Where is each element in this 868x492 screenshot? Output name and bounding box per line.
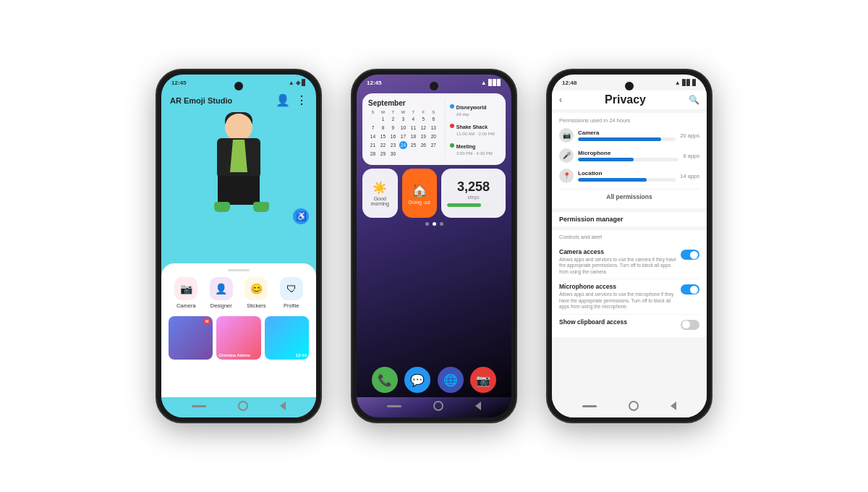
cal-cell: 12 — [419, 124, 428, 132]
camera-access-desc: Allows apps and services to use the came… — [559, 257, 678, 275]
cal-cell: 2 — [388, 115, 398, 123]
all-permissions-btn[interactable]: All permissions — [559, 189, 699, 204]
cal-h-t2: T — [409, 110, 418, 114]
back-icon[interactable]: ‹ — [559, 95, 562, 105]
cal-cell: 21 — [368, 141, 378, 149]
good-morning-widget: ☀️ Goodmorning — [362, 169, 398, 218]
menu-label-designer: Designer — [210, 302, 232, 309]
cal-cell-today: 24 — [399, 141, 407, 149]
cal-cell — [419, 150, 428, 158]
mic-count: 8 apps — [683, 153, 699, 159]
cal-cell: 17 — [399, 132, 408, 140]
camera-bar-bg — [578, 137, 676, 141]
thumbnail-1[interactable]: N — [169, 316, 213, 360]
camera-access-toggle[interactable] — [681, 250, 699, 260]
event-disneyworld: Disneyworld All day — [450, 99, 500, 116]
cal-cell: 29 — [378, 150, 388, 158]
dot-2-active — [433, 222, 436, 226]
clipboard-access-text: Show clipboard access — [559, 318, 627, 327]
dock-messages[interactable]: 💬 — [404, 367, 430, 393]
search-icon[interactable]: 🔍 — [689, 95, 699, 105]
profile-icon[interactable]: 👤 — [276, 93, 290, 107]
menu-item-profile[interactable]: 🛡 Profile — [280, 277, 303, 309]
dock-browser[interactable]: 🌐 — [438, 367, 464, 393]
nav-home-2[interactable] — [433, 401, 443, 411]
perm-mic-name: Microphone — [578, 150, 678, 156]
mic-access-row: Microphone access Allows apps and servic… — [559, 283, 699, 310]
steps-label: steps — [447, 195, 500, 200]
steps-progress-bar — [447, 203, 500, 207]
menu-item-stickers[interactable]: 😊 Stickers — [244, 277, 268, 309]
location-bar-bg — [578, 178, 676, 182]
app-bar-icons: 👤 ⋮ — [276, 93, 307, 107]
emoji-shoes-right — [253, 202, 269, 212]
more-icon[interactable]: ⋮ — [296, 93, 307, 107]
cal-cell: 15 — [378, 132, 388, 140]
notch-2 — [430, 82, 438, 90]
emoji-area: ♿ — [161, 109, 316, 232]
nav-recent-3[interactable] — [671, 402, 676, 410]
menu-item-camera[interactable]: 📷 Camera — [174, 277, 197, 309]
controls-label: Controls and alert — [559, 234, 699, 240]
cal-cell: 5 — [419, 115, 428, 123]
status-icons-1: ▲ ◈ ▊ — [289, 80, 306, 86]
stickers-menu-icon: 😊 — [250, 283, 263, 294]
widget-good: Goodmorning — [371, 196, 389, 206]
nav-home-3[interactable] — [629, 401, 639, 411]
cal-cell: 11 — [409, 124, 418, 132]
perm-row-location: 📍 Location 14 apps — [559, 169, 699, 183]
dock-camera[interactable]: 📷 — [470, 367, 496, 393]
mic-access-toggle[interactable] — [681, 284, 699, 294]
permissions-label: Permissions used in 24 hours — [559, 117, 699, 124]
home-icon: 🏠 — [412, 182, 427, 198]
cal-cell: 28 — [368, 150, 378, 158]
nav-back-2[interactable] — [387, 405, 401, 407]
cal-cell: 1 — [378, 115, 388, 123]
thumbnail-3[interactable]: 12:45 — [265, 316, 309, 360]
menu-label-stickers: Stickers — [247, 302, 266, 309]
nav-recent-2[interactable] — [475, 402, 481, 410]
steps-number: 3,258 — [447, 179, 500, 195]
cal-cell: 26 — [419, 141, 428, 149]
camera-access-row: Camera access Allows apps and services t… — [559, 248, 699, 275]
dot-1 — [425, 222, 429, 226]
camera-bar-fill — [578, 137, 661, 141]
nav-back-1[interactable] — [192, 405, 206, 407]
notch-3 — [625, 82, 634, 90]
camera-access-text: Camera access Allows apps and services t… — [559, 248, 678, 275]
camera-access-title: Camera access — [559, 248, 678, 255]
calendar-headers: S M T W T F S 1 2 3 4 5 — [368, 110, 438, 158]
nav-recent-1[interactable] — [280, 402, 286, 410]
mic-bar-fill — [578, 158, 634, 161]
thumb-name: Christina Adams — [218, 353, 250, 357]
phone-home: 12:45 ▲ ▊▊▊ September S M T W T F S — [351, 69, 517, 423]
cal-cell: 18 — [409, 132, 418, 140]
cal-h-s2: S — [429, 110, 438, 114]
thumbnail-2[interactable]: Christina Adams — [216, 316, 260, 360]
menu-item-designer[interactable]: 👤 Designer — [210, 277, 233, 309]
nav-bar-3 — [552, 397, 707, 417]
cal-cell: 25 — [409, 141, 418, 149]
thumb-badge-new: N — [203, 318, 210, 324]
mic-perm-icon: 🎤 — [559, 148, 574, 163]
sun-icon: ☀️ — [373, 181, 387, 195]
cal-cell: 13 — [429, 124, 438, 132]
nav-home-1[interactable] — [238, 401, 248, 411]
phone-ar-emoji: 12:45 ▲ ◈ ▊ AR Emoji Studio 👤 ⋮ ♿ — [156, 69, 322, 423]
accessibility-icon[interactable]: ♿ — [293, 208, 309, 224]
clipboard-access-toggle[interactable] — [681, 320, 699, 330]
nav-bar-1 — [161, 397, 316, 417]
emoji-pants — [218, 176, 260, 205]
cal-cell: 30 — [388, 150, 398, 158]
cal-cell: 23 — [388, 141, 398, 149]
perm-mic-info: Microphone — [578, 150, 678, 161]
status-icons-3: ▲ ▊▊ ▊ — [675, 80, 697, 86]
status-time-2: 12:45 — [367, 80, 381, 86]
nav-back-3[interactable] — [582, 405, 597, 407]
dock-phone[interactable]: 📞 — [372, 367, 398, 393]
emoji-shoes-left — [214, 202, 230, 212]
permissions-section: Permissions used in 24 hours 📷 Camera 20… — [552, 113, 707, 208]
permission-manager-btn[interactable]: Permission manager — [552, 212, 707, 226]
cal-h-w: W — [399, 110, 408, 114]
cal-cell — [368, 115, 378, 123]
